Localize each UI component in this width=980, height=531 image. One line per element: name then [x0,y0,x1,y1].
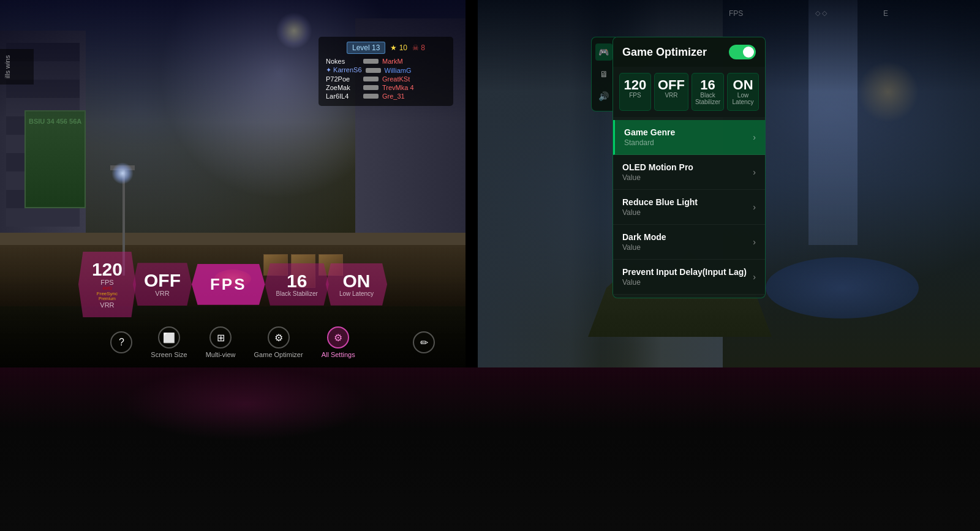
player-row: ✦ KarrenS6 WilliamG [326,66,446,74]
stat-low-latency: ON Low Latency [727,73,759,111]
player-row: Nokes MarkM [326,58,446,65]
optimizer-stats-row: 120 FPS OFF VRR 16 Black Stabilizer ON L… [613,67,765,117]
kill-name-5: Gre_31 [382,92,416,100]
stat-black-stab: 16 Black Stabilizer [692,73,724,111]
scoreboard: Level 13 ★ 10 ☠ 8 Nokes MarkM ✦ KarrenS6… [318,37,453,106]
menu-oled-motion[interactable]: OLED Motion Pro Value › [613,155,765,190]
edit-icon: ✏ [420,337,428,348]
player-name-2: ✦ KarrenS6 [326,66,362,74]
star-count: ★ 10 [390,43,407,52]
dark-mode-title: Dark Mode [622,232,753,242]
game-genre-chevron: › [753,132,756,142]
left-screen: BSIU 34 456 56A ills wins Level 13 [0,0,466,367]
multiview-label: Multi-view [206,351,236,358]
stat-bs-label: Black Stabilizer [695,92,720,105]
right-screen: 🎮 🖥 🔊 Game Optimizer 120 FPS [478,0,980,367]
kill-name-3: GreatKSt [382,75,416,83]
dark-mode-chevron: › [753,237,756,247]
player-name-4: ZoeMak [326,84,360,91]
player-row: P72Poe GreatKSt [326,75,446,83]
toolbar: ? ⬜ Screen Size ⊞ Multi-view [12,326,453,358]
stat-fps: 120 FPS [619,73,651,111]
game-optimizer-button[interactable]: ⚙ Game Optimizer [254,326,303,358]
stat-vrr-value: OFF [658,78,685,92]
menu-reduce-blue-light[interactable]: Reduce Blue Light Value › [613,190,765,225]
stat-bs-value: 16 [695,78,720,92]
menu-input-delay[interactable]: Prevent Input Delay(Input Lag) Value › [613,260,765,295]
optimizer-sidebar: 🎮 🖥 🔊 [591,37,616,111]
all-settings-button[interactable]: ⚙ All Settings [322,326,355,358]
menu-section: Game Genre Standard › OLED Motion Pro Va… [613,117,765,298]
oled-motion-title: OLED Motion Pro [622,162,753,172]
help-button[interactable]: ? [110,331,132,353]
player-name-1: Nokes [326,58,360,65]
screen-size-label: Screen Size [151,351,187,358]
gamepad-icon[interactable]: 🎮 [595,43,612,61]
player-row: ZoeMak TrevMka 4 [326,84,446,91]
vrr-value: OFF [144,271,181,290]
fps-value: 120 [92,260,123,279]
black-stab-label: Black Stabilizer [276,290,318,297]
reduce-blue-light-value: Value [622,208,753,217]
stat-vrr-label: VRR [658,92,685,99]
panel-title: Game Optimizer [622,46,707,59]
right-hud-marker: ◇ ◇ [815,9,827,17]
right-fps-indicator: FPS [729,9,743,18]
optimizer-label: Game Optimizer [254,351,303,358]
input-delay-value: Value [622,278,753,287]
game-genre-value: Standard [624,138,753,147]
panel-header: Game Optimizer [613,37,765,67]
oled-motion-value: Value [622,173,753,182]
level-badge: Level 13 [347,42,385,54]
help-icon: ? [110,331,132,353]
stat-vrr: OFF VRR [654,73,688,111]
sound-icon[interactable]: 🔊 [595,88,612,105]
bottom-section [0,367,980,531]
vrr-label2: VRR [144,290,181,297]
reduce-blue-light-chevron: › [753,202,756,212]
freesync-premium: Premium [92,296,123,301]
reduce-blue-light-title: Reduce Blue Light [622,197,753,207]
multiview-button[interactable]: ⊞ Multi-view [206,326,236,358]
input-delay-chevron: › [753,272,756,282]
player-name-5: Lar6IL4 [326,92,360,100]
optimizer-panel: Game Optimizer 120 FPS OFF VRR 16 [612,37,766,298]
hud-bottom: 120 FPS AMD FreeSync Premium VRR OFF [0,246,466,367]
stat-ll-value: ON [731,78,755,92]
stat-fps-value: 120 [623,78,647,92]
multiview-icon: ⊞ [209,326,232,348]
fps-label: FPS [92,279,123,286]
vrr-label: VRR [92,301,123,309]
player-row: Lar6IL4 Gre_31 [326,92,446,100]
screen-size-icon: ⬜ [158,326,180,348]
edit-button[interactable]: ✏ [413,331,435,353]
game-genre-title: Game Genre [624,127,753,137]
black-stab-value: 16 [276,272,318,290]
hud-top: Level 13 ★ 10 ☠ 8 Nokes MarkM ✦ KarrenS6… [0,37,466,106]
stat-ll-label: Low Latency [731,92,755,105]
skull-count: ☠ 8 [412,43,425,52]
oled-motion-chevron: › [753,167,756,177]
kill-name-2: WilliamG [385,67,418,74]
low-latency-value: ON [339,272,374,290]
menu-dark-mode[interactable]: Dark Mode Value › [613,225,765,260]
all-settings-label: All Settings [322,351,355,358]
input-delay-title: Prevent Input Delay(Input Lag) [622,267,753,277]
dark-mode-value: Value [622,243,753,252]
low-latency-label: Low Latency [339,290,374,297]
right-hud-text: E [883,9,888,18]
player-name-3: P72Poe [326,75,360,83]
all-settings-icon: ⚙ [327,326,349,348]
stats-bar: 120 FPS AMD FreeSync Premium VRR OFF [12,252,453,317]
kill-name-4: TrevMka 4 [382,84,416,91]
stat-fps-label: FPS [623,92,647,99]
optimizer-icon: ⚙ [268,326,290,348]
display-icon[interactable]: 🖥 [595,66,612,83]
optimizer-toggle[interactable] [729,45,756,59]
screen-size-button[interactable]: ⬜ Screen Size [151,326,187,358]
mode-text: FPS [210,275,247,294]
menu-game-genre[interactable]: Game Genre Standard › [613,120,765,155]
kill-name-1: MarkM [382,58,416,65]
